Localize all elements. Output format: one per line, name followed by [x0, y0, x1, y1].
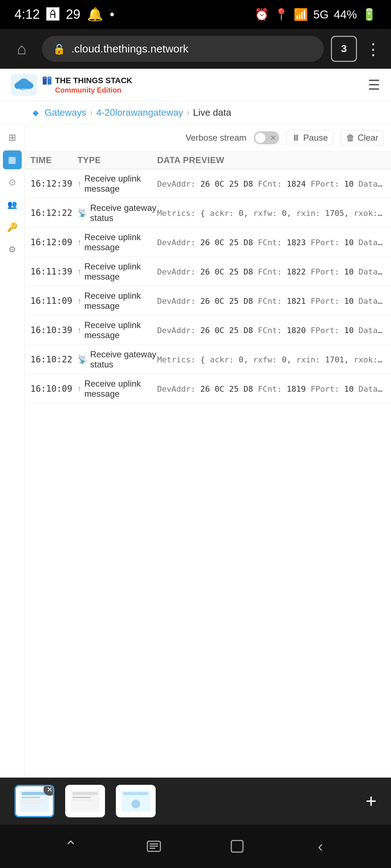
row-data: Metrics: { ackr: 0, rxfw: 0, rxin: 1701,…: [157, 355, 385, 364]
row-type: 📡 Receive gateway status: [77, 203, 157, 223]
clear-button[interactable]: 🗑 Clear: [341, 130, 384, 145]
row-type-label: Receive uplink message: [84, 379, 157, 399]
main-layout: ⊞ ▦ ⊙ 👥 🔑 ⚙ Verbose stream ✕ ⏸ Pause 🗑 C…: [0, 124, 391, 867]
uplink-icon: ↑: [77, 296, 81, 306]
nav-up-button[interactable]: ⌃: [56, 832, 85, 861]
table-body: 16:12:39 ↑ Receive uplink message DevAdd…: [25, 169, 391, 404]
table-row[interactable]: 16:10:09 ↑ Receive uplink message DevAdd…: [25, 374, 391, 404]
verbose-stream-label: Verbose stream: [185, 133, 246, 143]
sidebar-item-location[interactable]: ⊙: [3, 173, 22, 192]
tab-thumb-2[interactable]: [65, 785, 105, 817]
table-row[interactable]: 16:12:22 📡 Receive gateway status Metric…: [25, 199, 391, 228]
tab-count-button[interactable]: 3: [331, 36, 357, 62]
calendar-icon: 29: [66, 7, 80, 22]
svg-text:THE THINGS: THE THINGS: [14, 88, 34, 92]
svg-rect-14: [22, 800, 43, 801]
svg-text:NETWORK: NETWORK: [17, 92, 30, 95]
dot-icon: •: [110, 7, 114, 22]
svg-rect-10: [48, 78, 51, 78]
row-data: DevAddr: 26 0C 25 D8 FCnt: 1824 FPort: 1…: [157, 179, 385, 188]
tab-thumb-3[interactable]: [116, 785, 156, 817]
row-type-label: Receive uplink message: [84, 232, 157, 252]
uplink-icon: ↑: [77, 179, 81, 188]
notification-icon: 🔔: [87, 7, 103, 22]
svg-point-4: [19, 78, 29, 87]
hamburger-menu[interactable]: ☰: [368, 77, 380, 93]
home-button[interactable]: ⌂: [9, 36, 35, 62]
table-header: Time Type Data preview: [25, 152, 391, 169]
row-time: 16:12:09: [30, 237, 77, 247]
row-type-label: Receive gateway status: [90, 203, 157, 223]
table-controls: Verbose stream ✕ ⏸ Pause 🗑 Clear: [25, 124, 391, 152]
row-type: ↑ Receive uplink message: [77, 174, 157, 194]
row-type-label: Receive uplink message: [84, 291, 157, 311]
pause-icon: ⏸: [292, 133, 300, 143]
table-row[interactable]: 16:12:39 ↑ Receive uplink message DevAdd…: [25, 169, 391, 199]
svg-rect-12: [22, 792, 47, 795]
browser-menu-button[interactable]: ⋮: [364, 40, 382, 58]
breadcrumb-gateway[interactable]: 4-20lorawangateway: [96, 107, 183, 118]
translate-icon: 🅰: [46, 7, 59, 22]
clear-label: Clear: [358, 133, 378, 143]
col-data: Data preview: [157, 155, 385, 165]
url-bar[interactable]: 🔒 .cloud.thethings.network: [42, 36, 324, 62]
svg-point-22: [131, 800, 140, 808]
pause-button[interactable]: ⏸ Pause: [286, 130, 333, 145]
svg-rect-24: [150, 843, 158, 844]
nav-back-button[interactable]: ‹: [306, 832, 335, 861]
svg-rect-15: [22, 803, 42, 804]
col-time: Time: [30, 155, 77, 165]
svg-rect-19: [72, 800, 94, 801]
row-data: Metrics: { ackr: 0, rxfw: 0, rxin: 1705,…: [157, 209, 385, 218]
uplink-icon: ↑: [77, 238, 81, 247]
sidebar-item-livedata[interactable]: ▦: [3, 150, 22, 169]
row-type: ↑ Receive uplink message: [77, 379, 157, 399]
time-display: 4:12: [14, 7, 40, 22]
nav-recents-button[interactable]: [139, 832, 168, 861]
logo-area: THE THINGS NETWORK THE THINGS STACK Comm…: [11, 74, 132, 96]
bottom-tabs-bar: ✕ +: [0, 778, 391, 825]
breadcrumb-current: Live data: [193, 107, 231, 118]
status-right: ⏰ 📍 📶 5G 44% 🔋: [255, 8, 377, 21]
sidebar-item-collaborators[interactable]: 👥: [3, 195, 22, 214]
row-time: 16:10:22: [30, 354, 77, 365]
stack-label: THE THINGS STACK: [55, 76, 132, 85]
trash-icon: 🗑: [346, 133, 355, 143]
row-type: 📡 Receive gateway status: [77, 349, 157, 370]
row-type: ↑ Receive uplink message: [77, 232, 157, 252]
verbose-toggle[interactable]: ✕: [254, 131, 279, 144]
row-type-label: Receive uplink message: [84, 174, 157, 194]
add-tab-button[interactable]: +: [366, 790, 377, 812]
tab-close-1[interactable]: ✕: [43, 785, 54, 796]
gateway-icon: 📡: [77, 208, 87, 218]
sidebar-item-apikeys[interactable]: 🔑: [3, 218, 22, 237]
url-text: .cloud.thethings.network: [71, 43, 189, 55]
battery-label: 44%: [334, 8, 357, 21]
tab-thumb-1[interactable]: ✕: [14, 785, 54, 817]
svg-rect-26: [150, 848, 155, 849]
row-time: 16:12:22: [30, 208, 77, 218]
nav-home-button[interactable]: [223, 832, 252, 861]
uplink-icon: ↑: [77, 326, 81, 335]
status-left: 4:12 🅰 29 🔔 •: [14, 7, 114, 22]
svg-rect-17: [72, 792, 98, 795]
breadcrumb-gateways[interactable]: Gateways: [45, 107, 87, 118]
table-row[interactable]: 16:10:39 ↑ Receive uplink message DevAdd…: [25, 316, 391, 345]
pause-label: Pause: [303, 133, 328, 143]
row-type-label: Receive uplink message: [84, 261, 157, 282]
sidebar-item-settings[interactable]: ⚙: [3, 240, 22, 259]
row-data: DevAddr: 26 0C 25 D8 FCnt: 1822 FPort: 1…: [157, 267, 385, 276]
row-data: DevAddr: 26 0C 25 D8 FCnt: 1820 FPort: 1…: [157, 326, 385, 335]
table-row[interactable]: 16:12:09 ↑ Receive uplink message DevAdd…: [25, 228, 391, 257]
table-row[interactable]: 16:11:39 ↑ Receive uplink message DevAdd…: [25, 257, 391, 286]
row-type: ↑ Receive uplink message: [77, 320, 157, 340]
sidebar: ⊞ ▦ ⊙ 👥 🔑 ⚙: [0, 124, 25, 867]
svg-rect-18: [72, 797, 91, 798]
table-row[interactable]: 16:10:22 📡 Receive gateway status Metric…: [25, 345, 391, 374]
sidebar-item-overview[interactable]: ⊞: [3, 128, 22, 147]
uplink-icon: ↑: [77, 384, 81, 393]
row-data: DevAddr: 26 0C 25 D8 FCnt: 1821 FPort: 1…: [157, 297, 385, 306]
table-row[interactable]: 16:11:09 ↑ Receive uplink message DevAdd…: [25, 286, 391, 316]
row-time: 16:11:09: [30, 296, 77, 306]
svg-rect-25: [150, 846, 158, 847]
